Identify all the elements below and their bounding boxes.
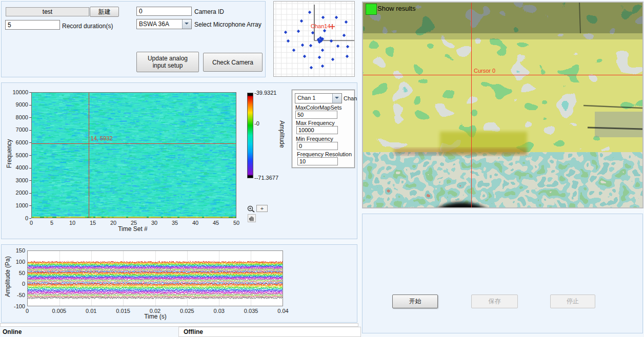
mic-point (321, 16, 325, 19)
spectrogram-cursor-vline[interactable] (89, 93, 89, 218)
bottom-strip (0, 323, 358, 327)
mic-array-value: BSWA 36A (139, 20, 169, 28)
tick-label: 10 (65, 220, 80, 226)
colorbar (247, 93, 253, 178)
pan-tool-icon[interactable] (248, 214, 256, 222)
tick-label: 50 (229, 220, 244, 226)
tick-label: 0.01 (80, 308, 103, 314)
tick-label: 0.035 (240, 308, 263, 314)
show-results-label: Show results (377, 5, 415, 12)
waveform-plot[interactable] (27, 250, 283, 306)
tick-label: 0.03 (208, 308, 230, 314)
tick-label: 45 (208, 220, 224, 226)
tick-label: -50 (3, 292, 25, 298)
app-window: 新建 Record duration(s) Camera ID BSWA 36A… (0, 0, 644, 337)
waveform-panel: Amplitude (Pa) 150100500-50-100 00.0050.… (1, 244, 357, 323)
tick-label: 8000 (5, 114, 28, 120)
mic-point (321, 49, 324, 52)
analysis-settings-panel: Chan 1 Chan MaxColorMapSets Max Frequenc… (292, 90, 355, 168)
colorbar-axis-label: Amplitude (278, 116, 286, 152)
spectrogram-panel: Frequency 100009000800070006000500040003… (1, 82, 357, 239)
tick-label: 40 (188, 220, 203, 226)
mic-point (323, 29, 326, 32)
mic-point (287, 39, 290, 43)
tick-label: 0 (24, 220, 39, 226)
chevron-down-icon[interactable] (332, 94, 341, 103)
tick-label: 100 (3, 259, 25, 265)
show-results-led[interactable] (366, 4, 377, 15)
channel-value: Chan 1 (297, 95, 315, 101)
spectrogram-cursor-label: 14, 5932 (90, 135, 112, 141)
spectrogram-plot[interactable]: 14, 5932 (31, 92, 236, 218)
mic-point (343, 34, 346, 37)
setup-panel: 新建 Record duration(s) Camera ID BSWA 36A… (1, 1, 266, 77)
mic-point (297, 30, 300, 33)
camera-cursor-hline[interactable] (363, 75, 642, 75)
status-online: Online (3, 328, 22, 335)
zoom-tool-icon[interactable] (247, 205, 256, 213)
check-camera-button[interactable]: Check Camera (203, 53, 263, 72)
mic-point (303, 55, 306, 58)
record-duration-label: Record duration(s) (62, 23, 113, 30)
tick-label: 150 (3, 247, 25, 254)
mic-point (318, 56, 321, 59)
spectrogram-cursor-hline[interactable] (32, 143, 236, 144)
colorbar-max-label: -39.9321 (254, 90, 276, 96)
mic-point (292, 49, 295, 52)
max-colormap-field[interactable] (295, 111, 337, 119)
mic-point (331, 58, 334, 61)
camera-id-field[interactable] (136, 7, 192, 16)
min-frequency-label: Min Frequency (296, 136, 333, 142)
acoustic-overlay-image[interactable] (363, 3, 642, 207)
camera-cursor-label: Cursor 0 (474, 68, 495, 74)
tick-label: 4000 (5, 164, 28, 171)
control-panel: 开始 保存 停止 (362, 214, 643, 333)
chevron-down-icon[interactable] (182, 19, 191, 29)
camera-cursor-vline[interactable] (471, 3, 472, 207)
camera-id-label: Camera ID (194, 8, 224, 15)
camera-view-panel[interactable]: Cursor 0 Show results (362, 2, 643, 208)
min-frequency-field[interactable] (297, 142, 338, 150)
tick-label: 5 (44, 220, 59, 226)
mic-point (345, 20, 348, 24)
update-analog-input-button[interactable]: Update analog input setup (136, 52, 199, 72)
waveform-xlabel: Time (s) (114, 313, 196, 320)
tick-label: 2000 (5, 189, 28, 196)
new-project-button[interactable]: 新建 (90, 7, 119, 17)
waveform-canvas[interactable] (28, 251, 283, 306)
mic-cursor-label: Chan14 (311, 23, 331, 29)
mic-array-label: Select Microphone Array (194, 21, 261, 28)
tick-label: 0 (3, 281, 25, 287)
tick-label: 0 (16, 308, 38, 314)
mic-point (301, 44, 304, 47)
cursor-tool-button[interactable]: + (256, 205, 268, 212)
max-frequency-field[interactable] (296, 126, 338, 134)
tick-label: 7000 (5, 127, 28, 133)
project-name-field[interactable] (6, 7, 89, 16)
max-frequency-label: Max Frequency (296, 120, 335, 126)
start-button[interactable]: 开始 (392, 294, 438, 308)
mic-array-select[interactable]: BSWA 36A (136, 19, 192, 29)
stop-button[interactable]: 停止 (550, 294, 595, 308)
tick-label: 1000 (5, 202, 28, 208)
tick-label: 0.005 (48, 308, 70, 314)
colorbar-min-label: --71.3677 (254, 175, 278, 181)
tick-label: 9000 (5, 101, 28, 108)
tick-label: 5000 (5, 152, 28, 158)
mic-point (321, 65, 324, 68)
record-duration-field[interactable] (5, 20, 60, 30)
frequency-resolution-field[interactable] (297, 157, 338, 165)
mic-point (309, 44, 312, 47)
mic-point (346, 55, 349, 58)
offline-indicator: Offline (178, 327, 361, 337)
tick-label: 50 (3, 270, 25, 276)
status-offline: Offline (184, 328, 203, 335)
mic-point (335, 16, 338, 19)
channel-select[interactable]: Chan 1 (295, 93, 342, 103)
spectrogram-canvas[interactable] (32, 93, 236, 218)
mic-array-plot[interactable]: Chan14 (273, 1, 355, 77)
save-button[interactable]: 保存 (471, 294, 518, 308)
frequency-resolution-label: Frequency Resolution (297, 151, 352, 157)
tick-label: 10000 (5, 89, 28, 95)
max-colormap-label: MaxColorMapSets (295, 104, 341, 111)
